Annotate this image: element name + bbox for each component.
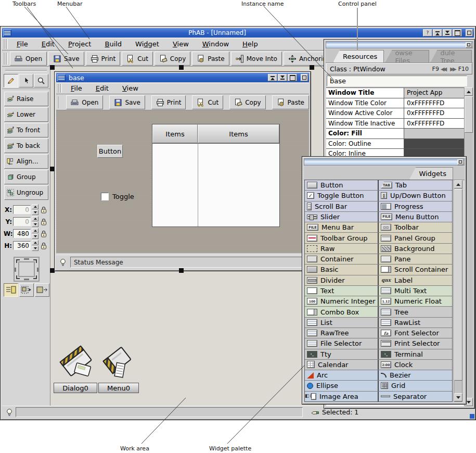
- lock-icon[interactable]: [40, 230, 48, 238]
- tool-pencil-icon[interactable]: [4, 74, 18, 87]
- help-button[interactable]: ?: [423, 29, 432, 36]
- palette-item-tree[interactable]: Tree: [378, 307, 452, 317]
- resource-value[interactable]: Project App: [404, 88, 464, 98]
- resource-value[interactable]: 0xFFFFFFFD: [404, 119, 464, 129]
- menu-file[interactable]: File: [64, 83, 89, 93]
- selection-handle[interactable]: [50, 167, 55, 171]
- palette-item-list[interactable]: List: [305, 318, 378, 328]
- group-button[interactable]: Group: [4, 170, 48, 184]
- palette-item-basic[interactable]: Basic: [305, 265, 378, 274]
- menu-edit[interactable]: Edit: [89, 83, 115, 93]
- palette-item-terminal[interactable]: Terminal: [378, 349, 452, 359]
- palette-item-menu-bar[interactable]: FILEMenu Bar: [305, 222, 378, 232]
- to-front-button[interactable]: To front: [4, 123, 48, 137]
- toolbar-button-paste[interactable]: Paste: [272, 95, 309, 109]
- palette-item-multi-text[interactable]: Multi Text: [378, 286, 452, 296]
- scrollbar-thumb[interactable]: [465, 96, 473, 133]
- tab-owse-files[interactable]: owse Files: [385, 50, 429, 62]
- designed-divider-widget[interactable]: Items Items: [152, 124, 280, 227]
- toolbar-button-cut[interactable]: Cut: [192, 95, 223, 109]
- menu-build[interactable]: Build: [98, 39, 128, 49]
- resource-row-window-title[interactable]: Window TitleProject App: [326, 88, 464, 98]
- anchor-option-stretch-button[interactable]: [4, 283, 18, 297]
- base-menubar-grip[interactable]: [57, 84, 62, 93]
- tool-magnifier-icon[interactable]: [34, 74, 48, 87]
- expand-button[interactable]: [443, 29, 452, 36]
- menubar-grip[interactable]: [3, 39, 8, 48]
- spinner[interactable]: [32, 204, 38, 215]
- menu-view[interactable]: View: [115, 83, 145, 93]
- window-frame-button[interactable]: [466, 29, 473, 36]
- designed-button-widget[interactable]: Button: [97, 145, 123, 158]
- designed-toggle-widget[interactable]: Toggle: [101, 193, 134, 200]
- tab-widgets[interactable]: Widgets: [409, 167, 453, 180]
- tool-pointer-icon[interactable]: [19, 74, 33, 87]
- palette-item-up-down-button[interactable]: Up/Down Button: [378, 191, 452, 200]
- palette-scrollbar[interactable]: [454, 180, 462, 402]
- palette-item-scroll-container[interactable]: Scroll Container: [378, 265, 452, 274]
- module-dialog0[interactable]: [55, 343, 99, 384]
- resource-row-window-active-color[interactable]: Window Active Color0xFFFFFFFD: [326, 108, 464, 119]
- base-window-menu-icon[interactable]: [57, 74, 66, 81]
- module-label-menu0[interactable]: Menu0: [98, 383, 139, 393]
- base-frame-button[interactable]: [301, 74, 308, 81]
- resource-row-color-fill[interactable]: Color: Fill: [326, 129, 464, 139]
- spinner[interactable]: [32, 240, 38, 251]
- base-design-canvas[interactable]: Button Toggle Items Items: [56, 110, 309, 253]
- palette-item-toggle-button[interactable]: Toggle Button: [305, 191, 378, 200]
- palette-item-rawlist[interactable]: RawList: [378, 318, 452, 328]
- toolbar-button-open[interactable]: Open: [10, 52, 47, 66]
- ungroup-button[interactable]: Ungroup: [4, 185, 48, 200]
- lock-icon[interactable]: [40, 218, 48, 226]
- selection-handle[interactable]: [50, 65, 55, 70]
- palette-item-print-selector[interactable]: Print Selector: [378, 338, 452, 348]
- resize-corner[interactable]: [470, 414, 474, 419]
- palette-item-numeric-integer[interactable]: 100Numeric Integer: [305, 296, 378, 306]
- y-geometry-field[interactable]: 0: [13, 217, 31, 226]
- selection-handle[interactable]: [50, 268, 55, 273]
- resource-color-swatch[interactable]: [404, 129, 464, 139]
- palette-item-numeric-float[interactable]: 1.12Numeric Float: [378, 296, 452, 306]
- x-geometry-field[interactable]: 0: [13, 205, 31, 214]
- selection-handle[interactable]: [310, 65, 314, 70]
- toolbar-button-save[interactable]: Save: [48, 52, 84, 66]
- palette-item-raw[interactable]: Raw: [305, 244, 378, 254]
- prev-class-icon[interactable]: ◀◀: [441, 66, 447, 72]
- menu-help[interactable]: Help: [236, 39, 265, 49]
- toolbar-button-save[interactable]: Save: [109, 95, 145, 109]
- anchor-frame-widget[interactable]: [11, 255, 42, 285]
- window-menu-icon[interactable]: [3, 29, 11, 36]
- w-geometry-field[interactable]: 480: [13, 229, 31, 238]
- palette-item-toolbar-group[interactable]: Toolbar Group: [305, 233, 378, 243]
- module-menu0[interactable]: [97, 344, 138, 384]
- raise-button[interactable]: Raise: [4, 92, 48, 106]
- lock-icon[interactable]: [40, 206, 48, 214]
- palette-item-panel-group[interactable]: Panel Group: [378, 233, 452, 243]
- palette-item-combo-box[interactable]: Combo Box: [305, 307, 378, 317]
- palette-item-calendar[interactable]: Calendar: [305, 360, 378, 370]
- palette-item-menu-button[interactable]: FILEMenu Button: [378, 212, 452, 222]
- palette-frame-button[interactable]: [457, 159, 464, 165]
- scroll-down-icon[interactable]: [454, 393, 462, 401]
- menu-project[interactable]: Project: [61, 39, 98, 49]
- palette-item-bezier[interactable]: Bezier: [378, 370, 452, 380]
- resource-value[interactable]: 0xFFFFFFFD: [404, 98, 464, 108]
- main-titlebar[interactable]: PhAB - [Unnamed] ?: [2, 28, 474, 37]
- palette-item-image-area[interactable]: Image Area: [305, 392, 378, 401]
- base-maximize-button[interactable]: [288, 74, 297, 81]
- palette-item-text[interactable]: Text: [305, 286, 378, 296]
- base-titlebar[interactable]: base: [56, 73, 309, 82]
- resource-row-color-outline[interactable]: Color: Outline: [326, 139, 464, 149]
- collapse-button[interactable]: [433, 29, 442, 36]
- palette-item-divider[interactable]: Divider: [305, 275, 378, 285]
- base-collapse-button[interactable]: [268, 74, 277, 81]
- scroll-up-icon[interactable]: [465, 87, 473, 96]
- toolbar-button-cut[interactable]: Cut: [122, 52, 153, 66]
- palette-item-font-selector[interactable]: faFont Selector: [378, 328, 452, 338]
- h-geometry-field[interactable]: 360: [13, 241, 31, 250]
- resource-color-swatch[interactable]: [404, 139, 464, 149]
- menu-view[interactable]: View: [166, 39, 196, 49]
- palette-item-button[interactable]: Button: [305, 180, 378, 190]
- palette-item-pane[interactable]: Pane: [378, 254, 452, 264]
- toolbar-button-copy[interactable]: Copy: [229, 95, 265, 109]
